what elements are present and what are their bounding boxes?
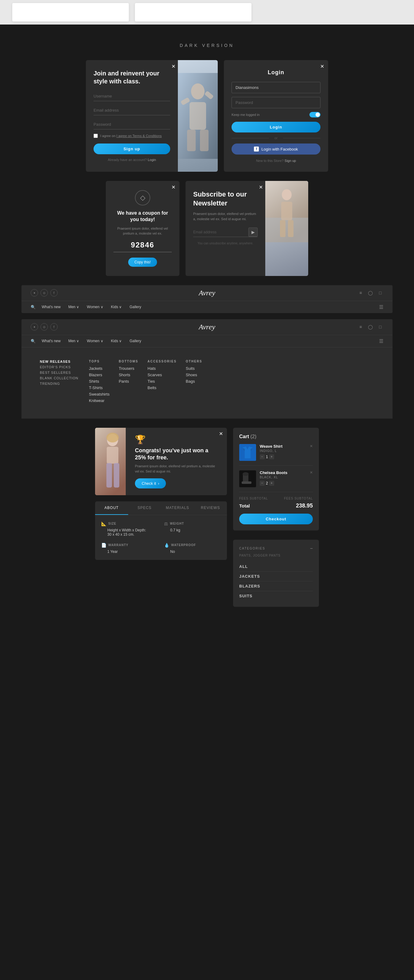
login-close-icon[interactable]: ✕ — [319, 63, 325, 69]
spec-warranty: 📄 WARRANTY 1 Year — [101, 543, 158, 554]
product-tabs-panel: ABOUT SPECS MATERIALS REVIEWS 📐 SIZE H — [95, 501, 227, 560]
cart-icon-2[interactable]: □ — [377, 325, 383, 329]
facebook-icon-nav[interactable]: f — [50, 289, 58, 296]
tab-materials[interactable]: MATERIALS — [161, 501, 194, 515]
nav-item-whats-new-2[interactable]: What's new — [42, 339, 61, 343]
dropdown-hats[interactable]: Hats — [148, 366, 177, 371]
dropdown-ties[interactable]: Ties — [148, 379, 177, 383]
hamburger-icon-2[interactable]: ☰ — [379, 338, 383, 344]
dropdown-trousers[interactable]: Trousers — [119, 366, 138, 371]
keep-logged-toggle[interactable] — [309, 112, 320, 118]
nav-item-kids-2[interactable]: Kids ∨ — [111, 339, 122, 343]
terms-row: I agree on I agree on Terms & Conditions — [94, 134, 170, 138]
newsletter-email-input[interactable] — [193, 228, 248, 237]
login-button[interactable]: Login — [231, 122, 320, 132]
signup-image-placeholder — [178, 60, 218, 172]
boots-qty-increase[interactable]: + — [269, 481, 274, 486]
signup-button[interactable]: Sign up — [94, 143, 170, 154]
category-suits[interactable]: SUITS — [239, 591, 313, 601]
dropdown-shoes[interactable]: Shoes — [186, 372, 202, 377]
login-title: Login — [231, 69, 320, 76]
twitter-icon-2[interactable]: ✦ — [31, 323, 38, 331]
dropdown-bags[interactable]: Bags — [186, 379, 202, 383]
coupon-close-icon[interactable]: ✕ — [170, 184, 176, 190]
dropdown-belts[interactable]: Belts — [148, 385, 177, 390]
twitter-icon[interactable]: ✦ — [31, 289, 38, 296]
instagram-icon-2[interactable]: ⊙ — [40, 323, 48, 331]
category-blazers[interactable]: BLAZERS — [239, 581, 313, 591]
nav-item-men-2[interactable]: Men ∨ — [68, 339, 80, 343]
cart-icon[interactable]: □ — [377, 290, 383, 295]
fees-label-right: FEES SUBTOTAL — [284, 497, 313, 500]
newsletter-image-placeholder — [265, 181, 308, 276]
dropdown-jackets[interactable]: Jackets — [89, 366, 110, 371]
dropdown-shorts[interactable]: Shorts — [119, 372, 138, 377]
terms-checkbox[interactable] — [94, 134, 98, 138]
nav-item-women[interactable]: Women ∨ — [87, 305, 103, 309]
prize-close-icon[interactable]: ✕ — [218, 431, 224, 437]
shirt-svg — [239, 444, 256, 461]
dropdown-sweatshirts[interactable]: Sweatshirts — [89, 392, 110, 396]
cart-item-shirt-remove[interactable]: ✕ — [310, 444, 313, 448]
facebook-login-button[interactable]: f Login with Facebook — [231, 143, 320, 154]
shirt-qty-value: 1 — [266, 455, 268, 459]
login-username-input[interactable] — [231, 82, 320, 93]
nav-item-women-2[interactable]: Women ∨ — [87, 339, 103, 343]
categories-collapse-icon[interactable]: − — [310, 546, 313, 551]
nav-item-gallery[interactable]: Gallery — [130, 305, 142, 309]
dropdown-tshirts[interactable]: T-Shirts — [89, 385, 110, 390]
svg-rect-2 — [189, 102, 206, 130]
category-jackets[interactable]: JACKETS — [239, 571, 313, 581]
newsletter-close-icon[interactable]: ✕ — [258, 184, 264, 190]
copy-coupon-button[interactable]: Copy this! — [128, 258, 157, 267]
signup-email-input[interactable] — [94, 105, 170, 115]
nav-item-whats-new[interactable]: What's new — [42, 305, 61, 309]
boots-qty-decrease[interactable]: − — [260, 481, 265, 486]
filter-icon[interactable]: ≡ — [358, 290, 364, 295]
tab-about[interactable]: ABOUT — [95, 501, 128, 515]
dropdown-scarves[interactable]: Scarves — [148, 372, 177, 377]
filter-icon-2[interactable]: ≡ — [358, 325, 364, 329]
dropdown-suits[interactable]: Suits — [186, 366, 202, 371]
shirt-qty-increase[interactable]: + — [269, 455, 274, 459]
login-signup-link[interactable]: Sign up — [285, 159, 296, 162]
dropdown-new-releases[interactable]: NEW RELEASES — [40, 360, 80, 363]
terms-link[interactable]: I agree on Terms & Conditions — [116, 134, 162, 138]
popup-row: ✕ ◇ We have a coupon for you today! Prae… — [12, 181, 402, 276]
nav-bottom-bar-2: 🔍 What's new Men ∨ Women ∨ Kids ∨ Galler… — [21, 335, 393, 347]
signup-username-input[interactable] — [94, 91, 170, 101]
dropdown-shirts[interactable]: Shirts — [89, 379, 110, 383]
nav-item-kids[interactable]: Kids ∨ — [111, 305, 122, 309]
cart-item-boots-remove[interactable]: ✕ — [310, 470, 313, 475]
dropdown-blank-collection[interactable]: BLANK COLLECTION — [40, 376, 80, 380]
newsletter-submit-button[interactable]: ▶ — [248, 228, 258, 237]
signup-login-link[interactable]: Login — [148, 158, 156, 162]
prize-trophy-icon: 🏆 — [135, 434, 220, 445]
dropdown-pants[interactable]: Pants — [119, 379, 138, 383]
signup-close-icon[interactable]: ✕ — [170, 63, 176, 69]
user-icon-2[interactable]: ◯ — [367, 325, 374, 329]
total-value: 238.95 — [296, 503, 313, 509]
nav-item-men[interactable]: Men ∨ — [68, 305, 80, 309]
dropdown-best-sellers[interactable]: BEST SELLERES — [40, 371, 80, 374]
instagram-icon[interactable]: ⊙ — [40, 289, 48, 296]
dropdown-editors-picks[interactable]: EDITOR'S PICKS — [40, 365, 80, 369]
nav-item-gallery-2[interactable]: Gallery — [130, 339, 142, 343]
checkout-button[interactable]: Checkout — [239, 514, 313, 524]
dropdown-col-others: OTHERS Suits Shoes Bags — [186, 360, 202, 405]
category-all[interactable]: ALL — [239, 562, 313, 571]
search-icon[interactable]: 🔍 — [31, 305, 35, 309]
signup-password-input[interactable] — [94, 119, 170, 129]
dropdown-knitwear[interactable]: Knitwear — [89, 398, 110, 403]
search-icon-2[interactable]: 🔍 — [31, 339, 35, 344]
login-password-input[interactable] — [231, 97, 320, 108]
hamburger-icon[interactable]: ☰ — [379, 304, 383, 310]
dropdown-blazers[interactable]: Blazers — [89, 372, 110, 377]
user-icon[interactable]: ◯ — [367, 290, 374, 295]
check-it-button[interactable]: Check it › — [135, 478, 166, 488]
tab-reviews[interactable]: REVIEWS — [194, 501, 227, 515]
dropdown-trending[interactable]: TRENDING — [40, 382, 80, 385]
facebook-icon-2[interactable]: f — [50, 323, 58, 331]
shirt-qty-decrease[interactable]: − — [260, 455, 265, 459]
tab-specs[interactable]: SPECS — [128, 501, 161, 515]
